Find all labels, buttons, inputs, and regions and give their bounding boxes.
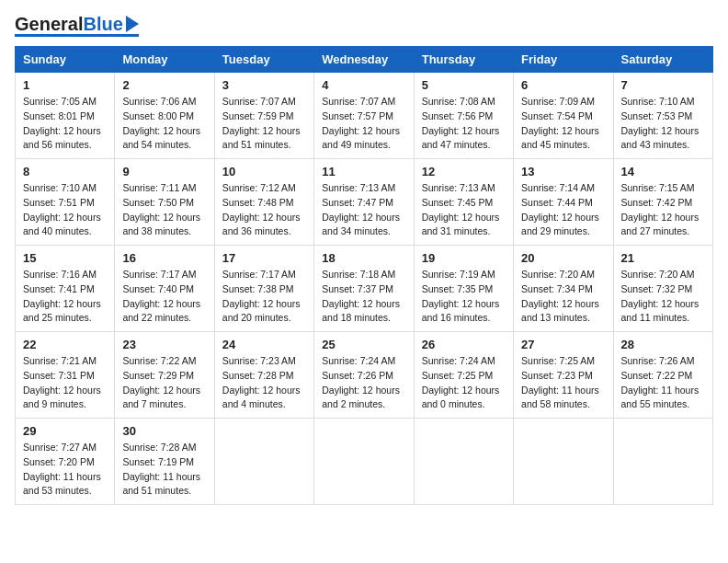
day-cell-6: 6Sunrise: 7:09 AMSunset: 7:54 PMDaylight… bbox=[514, 73, 613, 159]
col-header-sunday: Sunday bbox=[16, 47, 115, 73]
day-cell-24: 24Sunrise: 7:23 AMSunset: 7:28 PMDayligh… bbox=[214, 332, 313, 419]
col-header-monday: Monday bbox=[115, 47, 214, 73]
day-number: 21 bbox=[621, 251, 705, 265]
logo-underline bbox=[15, 34, 139, 37]
day-number: 12 bbox=[422, 165, 506, 178]
day-info: Sunrise: 7:20 AMSunset: 7:32 PMDaylight:… bbox=[621, 268, 705, 326]
day-info: Sunrise: 7:26 AMSunset: 7:22 PMDaylight:… bbox=[621, 354, 705, 412]
day-cell-1: 1Sunrise: 7:05 AMSunset: 8:01 PMDaylight… bbox=[16, 73, 115, 159]
day-number: 22 bbox=[23, 338, 107, 351]
day-number: 6 bbox=[521, 78, 605, 92]
day-info: Sunrise: 7:24 AMSunset: 7:26 PMDaylight:… bbox=[322, 354, 405, 412]
day-number: 11 bbox=[322, 165, 405, 178]
day-cell-16: 16Sunrise: 7:17 AMSunset: 7:40 PMDayligh… bbox=[115, 246, 214, 332]
day-cell-21: 21Sunrise: 7:20 AMSunset: 7:32 PMDayligh… bbox=[613, 246, 712, 332]
day-cell-4: 4Sunrise: 7:07 AMSunset: 7:57 PMDaylight… bbox=[314, 73, 414, 159]
day-info: Sunrise: 7:18 AMSunset: 7:37 PMDaylight:… bbox=[322, 268, 405, 326]
day-number: 3 bbox=[222, 78, 306, 92]
day-number: 30 bbox=[122, 424, 206, 438]
day-info: Sunrise: 7:08 AMSunset: 7:56 PMDaylight:… bbox=[422, 95, 506, 153]
empty-cell bbox=[514, 419, 613, 505]
day-info: Sunrise: 7:06 AMSunset: 8:00 PMDaylight:… bbox=[122, 95, 206, 153]
day-number: 13 bbox=[521, 165, 605, 178]
day-number: 20 bbox=[521, 251, 605, 265]
day-number: 18 bbox=[322, 251, 405, 265]
col-header-friday: Friday bbox=[514, 47, 613, 73]
empty-cell bbox=[613, 419, 712, 505]
day-info: Sunrise: 7:07 AMSunset: 7:57 PMDaylight:… bbox=[322, 95, 405, 153]
day-info: Sunrise: 7:15 AMSunset: 7:42 PMDaylight:… bbox=[621, 181, 705, 239]
day-cell-2: 2Sunrise: 7:06 AMSunset: 8:00 PMDaylight… bbox=[115, 73, 214, 159]
day-number: 24 bbox=[222, 338, 306, 351]
day-info: Sunrise: 7:16 AMSunset: 7:41 PMDaylight:… bbox=[23, 268, 107, 326]
col-header-wednesday: Wednesday bbox=[314, 47, 414, 73]
day-number: 25 bbox=[322, 338, 405, 351]
day-cell-30: 30Sunrise: 7:28 AMSunset: 7:19 PMDayligh… bbox=[115, 419, 214, 505]
day-info: Sunrise: 7:12 AMSunset: 7:48 PMDaylight:… bbox=[222, 181, 306, 239]
day-number: 9 bbox=[122, 165, 206, 178]
day-cell-13: 13Sunrise: 7:14 AMSunset: 7:44 PMDayligh… bbox=[514, 159, 613, 246]
day-cell-9: 9Sunrise: 7:11 AMSunset: 7:50 PMDaylight… bbox=[115, 159, 214, 246]
col-header-thursday: Thursday bbox=[414, 47, 513, 73]
logo-text: GeneralBlue bbox=[15, 15, 123, 33]
day-info: Sunrise: 7:05 AMSunset: 8:01 PMDaylight:… bbox=[23, 95, 107, 153]
day-info: Sunrise: 7:07 AMSunset: 7:59 PMDaylight:… bbox=[222, 95, 306, 153]
week-row-1: 1Sunrise: 7:05 AMSunset: 8:01 PMDaylight… bbox=[16, 73, 713, 159]
day-info: Sunrise: 7:11 AMSunset: 7:50 PMDaylight:… bbox=[122, 181, 206, 239]
calendar-table: SundayMondayTuesdayWednesdayThursdayFrid… bbox=[15, 46, 713, 505]
day-cell-20: 20Sunrise: 7:20 AMSunset: 7:34 PMDayligh… bbox=[514, 246, 613, 332]
day-number: 23 bbox=[122, 338, 206, 351]
day-number: 7 bbox=[621, 78, 705, 92]
day-number: 17 bbox=[222, 251, 306, 265]
day-info: Sunrise: 7:22 AMSunset: 7:29 PMDaylight:… bbox=[122, 354, 206, 412]
empty-cell bbox=[414, 419, 513, 505]
day-info: Sunrise: 7:19 AMSunset: 7:35 PMDaylight:… bbox=[422, 268, 506, 326]
col-header-saturday: Saturday bbox=[613, 47, 712, 73]
day-number: 26 bbox=[422, 338, 506, 351]
day-cell-8: 8Sunrise: 7:10 AMSunset: 7:51 PMDaylight… bbox=[16, 159, 115, 246]
week-row-5: 29Sunrise: 7:27 AMSunset: 7:20 PMDayligh… bbox=[16, 419, 713, 505]
day-number: 15 bbox=[23, 251, 107, 265]
col-header-tuesday: Tuesday bbox=[214, 47, 313, 73]
day-cell-5: 5Sunrise: 7:08 AMSunset: 7:56 PMDaylight… bbox=[414, 73, 513, 159]
day-cell-7: 7Sunrise: 7:10 AMSunset: 7:53 PMDaylight… bbox=[613, 73, 712, 159]
day-number: 27 bbox=[521, 338, 605, 351]
day-info: Sunrise: 7:17 AMSunset: 7:38 PMDaylight:… bbox=[222, 268, 306, 326]
page-header: GeneralBlue bbox=[15, 15, 713, 37]
day-number: 19 bbox=[422, 251, 506, 265]
day-number: 2 bbox=[122, 78, 206, 92]
day-info: Sunrise: 7:10 AMSunset: 7:53 PMDaylight:… bbox=[621, 95, 705, 153]
calendar-header-row: SundayMondayTuesdayWednesdayThursdayFrid… bbox=[16, 47, 713, 73]
day-number: 16 bbox=[122, 251, 206, 265]
logo: GeneralBlue bbox=[15, 15, 139, 37]
day-number: 8 bbox=[23, 165, 107, 178]
day-number: 29 bbox=[23, 424, 107, 438]
day-cell-15: 15Sunrise: 7:16 AMSunset: 7:41 PMDayligh… bbox=[16, 246, 115, 332]
day-info: Sunrise: 7:28 AMSunset: 7:19 PMDaylight:… bbox=[122, 441, 206, 499]
day-info: Sunrise: 7:13 AMSunset: 7:45 PMDaylight:… bbox=[422, 181, 506, 239]
day-cell-11: 11Sunrise: 7:13 AMSunset: 7:47 PMDayligh… bbox=[314, 159, 414, 246]
day-cell-17: 17Sunrise: 7:17 AMSunset: 7:38 PMDayligh… bbox=[214, 246, 313, 332]
day-cell-26: 26Sunrise: 7:24 AMSunset: 7:25 PMDayligh… bbox=[414, 332, 513, 419]
day-info: Sunrise: 7:21 AMSunset: 7:31 PMDaylight:… bbox=[23, 354, 107, 412]
logo-chevron-icon bbox=[126, 16, 139, 32]
day-info: Sunrise: 7:27 AMSunset: 7:20 PMDaylight:… bbox=[23, 441, 107, 499]
day-cell-29: 29Sunrise: 7:27 AMSunset: 7:20 PMDayligh… bbox=[16, 419, 115, 505]
week-row-3: 15Sunrise: 7:16 AMSunset: 7:41 PMDayligh… bbox=[16, 246, 713, 332]
week-row-4: 22Sunrise: 7:21 AMSunset: 7:31 PMDayligh… bbox=[16, 332, 713, 419]
day-info: Sunrise: 7:20 AMSunset: 7:34 PMDaylight:… bbox=[521, 268, 605, 326]
day-number: 10 bbox=[222, 165, 306, 178]
day-number: 5 bbox=[422, 78, 506, 92]
day-cell-28: 28Sunrise: 7:26 AMSunset: 7:22 PMDayligh… bbox=[613, 332, 712, 419]
week-row-2: 8Sunrise: 7:10 AMSunset: 7:51 PMDaylight… bbox=[16, 159, 713, 246]
day-cell-3: 3Sunrise: 7:07 AMSunset: 7:59 PMDaylight… bbox=[214, 73, 313, 159]
day-cell-23: 23Sunrise: 7:22 AMSunset: 7:29 PMDayligh… bbox=[115, 332, 214, 419]
day-cell-25: 25Sunrise: 7:24 AMSunset: 7:26 PMDayligh… bbox=[314, 332, 414, 419]
empty-cell bbox=[214, 419, 313, 505]
day-cell-14: 14Sunrise: 7:15 AMSunset: 7:42 PMDayligh… bbox=[613, 159, 712, 246]
empty-cell bbox=[314, 419, 414, 505]
day-info: Sunrise: 7:24 AMSunset: 7:25 PMDaylight:… bbox=[422, 354, 506, 412]
day-number: 4 bbox=[322, 78, 405, 92]
day-info: Sunrise: 7:14 AMSunset: 7:44 PMDaylight:… bbox=[521, 181, 605, 239]
day-cell-12: 12Sunrise: 7:13 AMSunset: 7:45 PMDayligh… bbox=[414, 159, 513, 246]
